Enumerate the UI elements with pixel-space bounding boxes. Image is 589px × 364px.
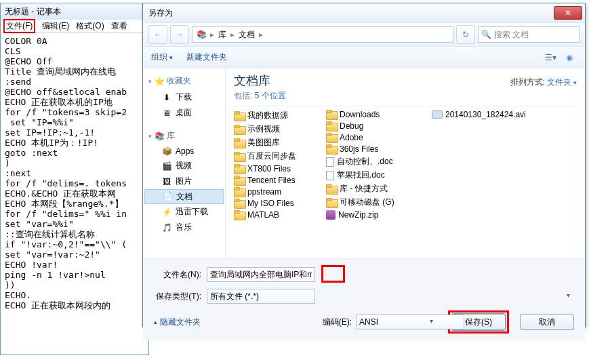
breadcrumb-docs[interactable]: 文档 [239, 29, 255, 41]
sidebar-item[interactable]: ⚡迅雷下载 [143, 204, 225, 220]
list-item[interactable]: 自动控制、.doc [326, 155, 421, 168]
folder-icon [234, 187, 245, 197]
list-item[interactable]: 360js Files [326, 144, 421, 155]
notepad-window: 无标题 - 记事本 文件(F) 编辑(E) 格式(O) 查看 COLOR 0A … [0, 3, 149, 355]
menu-file[interactable]: 文件(F) [3, 19, 35, 33]
folder-icon [234, 138, 245, 148]
list-item[interactable]: 我的数据源 [234, 109, 315, 122]
folder-icon: 🎬 [162, 161, 171, 171]
encoding-select[interactable] [356, 315, 464, 329]
library-icon: 📚 [197, 30, 206, 39]
toolbar: 组织 新建文件夹 ☰▾ ◉ [143, 47, 585, 68]
list-item[interactable]: Debug [326, 121, 421, 132]
folder-icon [234, 199, 245, 208]
folder-icon [234, 176, 245, 185]
cancel-button[interactable]: 取消 [520, 314, 574, 330]
notepad-titlebar[interactable]: 无标题 - 记事本 [1, 3, 148, 20]
dialog-bottom: 文件名(N): 保存类型(T): ▴ 隐藏文件夹 编码(E): 保存(S) 取消 [143, 258, 585, 340]
search-input[interactable]: 🔍 搜索 文档 [478, 26, 580, 43]
list-item[interactable]: 百度云同步盘 [234, 150, 315, 163]
menu-view[interactable]: 查看 [111, 20, 127, 32]
highlight-annotation [321, 265, 345, 283]
list-item[interactable]: XT800 Files [234, 163, 315, 174]
folder-icon: 📦 [162, 146, 171, 156]
sidebar-item[interactable]: ⬇下载 [143, 89, 225, 105]
list-item[interactable]: Downloads [326, 109, 421, 120]
menu-edit[interactable]: 编辑(E) [42, 20, 69, 32]
folder-icon [234, 125, 245, 134]
folder-icon [326, 184, 337, 194]
list-item[interactable]: My ISO Files [234, 198, 315, 209]
filetype-select[interactable] [207, 289, 315, 304]
refresh-button[interactable]: ↻ [456, 25, 475, 44]
list-item[interactable]: 可移动磁盘 (G) [326, 196, 421, 209]
menu-format[interactable]: 格式(O) [76, 20, 104, 32]
list-item[interactable]: MATLAB [234, 209, 315, 220]
dialog-body: ▾ ⭐ 收藏夹 ⬇下载🖥桌面 ▾ 📚 库 📦Apps🎬视频🖼图片📄文档⚡迅雷下载… [143, 68, 585, 258]
sidebar-item[interactable]: 🖥桌面 [143, 105, 225, 121]
search-icon: 🔍 [481, 30, 491, 39]
breadcrumb-sep-icon: ▸ [259, 30, 263, 39]
list-item[interactable]: 库 - 快捷方式 [326, 182, 421, 195]
notepad-title: 无标题 - 记事本 [5, 6, 61, 18]
list-item[interactable]: 20140130_182424.avi [432, 109, 526, 120]
doc-icon [326, 171, 334, 180]
list-item[interactable]: Adobe [326, 132, 421, 143]
list-item[interactable]: ppstream [234, 186, 315, 197]
zip-icon [326, 210, 336, 220]
address-bar[interactable]: 📚 ▸ 库 ▸ 文档 ▸ [192, 26, 453, 43]
avi-icon [432, 110, 443, 119]
breadcrumb-sep-icon: ▸ [230, 30, 235, 39]
sidebar-item[interactable]: 📄文档 [144, 189, 224, 204]
folder-icon [326, 121, 337, 131]
file-list-pane: 文档库 包括: 5 个位置 排列方式: 文件夹 我的数据源示例视频美图图库百度云… [226, 68, 585, 258]
hide-folders-toggle[interactable]: ▴ 隐藏文件夹 [154, 317, 201, 328]
help-button[interactable]: ◉ [562, 50, 577, 65]
organize-button[interactable]: 组织 [151, 52, 173, 63]
folder-icon [326, 144, 337, 154]
sidebar-item[interactable]: 🖼图片 [143, 174, 225, 189]
folder-icon: ⚡ [162, 207, 171, 217]
breadcrumb-lib[interactable]: 库 [218, 29, 226, 41]
folder-icon: 🖼 [162, 177, 171, 186]
filetype-label: 保存类型(T): [154, 291, 201, 302]
search-placeholder: 搜索 文档 [494, 29, 529, 41]
chevron-down-icon: ▾ [148, 78, 152, 85]
star-icon: ⭐ [155, 77, 164, 86]
folder-icon: ⬇ [162, 93, 171, 102]
sidebar-favorites[interactable]: ▾ ⭐ 收藏夹 [143, 73, 225, 89]
list-item[interactable]: Tencent Files [234, 175, 315, 186]
nav-bar: ← → 📚 ▸ 库 ▸ 文档 ▸ ↻ 🔍 搜索 文档 [143, 22, 585, 47]
folder-icon [326, 133, 337, 142]
locations-link[interactable]: 5 个位置 [255, 91, 286, 100]
folder-icon [234, 164, 245, 174]
sidebar-item[interactable]: 📦Apps [143, 144, 225, 158]
chevron-up-icon: ▴ [154, 319, 157, 325]
sidebar-library[interactable]: ▾ 📚 库 [143, 127, 225, 144]
notepad-menubar: 文件(F) 编辑(E) 格式(O) 查看 [1, 20, 148, 33]
list-item[interactable]: 示例视频 [234, 123, 315, 136]
close-button[interactable]: ✕ [554, 6, 582, 20]
library-icon: 📚 [155, 132, 164, 141]
new-folder-button[interactable]: 新建文件夹 [186, 52, 227, 63]
notepad-textarea[interactable]: COLOR 0A CLS @ECHO Off Title 查询局域网内在线电 :… [1, 33, 148, 355]
back-button[interactable]: ← [148, 25, 167, 44]
list-item[interactable]: 苹果找回.doc [326, 169, 421, 182]
sort-dropdown[interactable]: 文件夹 [547, 77, 577, 87]
folder-icon [234, 210, 245, 220]
sidebar-item[interactable]: 🎬视频 [143, 158, 225, 174]
folder-icon [234, 152, 245, 161]
library-title: 文档库 [234, 73, 286, 89]
sidebar-item[interactable]: 🎵音乐 [143, 220, 225, 235]
breadcrumb-sep-icon: ▸ [210, 30, 214, 39]
forward-button[interactable]: → [170, 25, 189, 44]
list-item[interactable]: NewZip.zip [326, 209, 421, 220]
list-item[interactable]: 美图图库 [234, 136, 315, 149]
view-mode-button[interactable]: ☰▾ [543, 50, 558, 65]
folder-icon [234, 111, 245, 121]
dialog-titlebar[interactable]: 另存为 ✕ [143, 3, 585, 22]
filename-input[interactable] [207, 267, 315, 282]
folder-icon [326, 198, 337, 207]
folder-icon [326, 110, 337, 119]
folder-icon: 📄 [163, 192, 172, 201]
